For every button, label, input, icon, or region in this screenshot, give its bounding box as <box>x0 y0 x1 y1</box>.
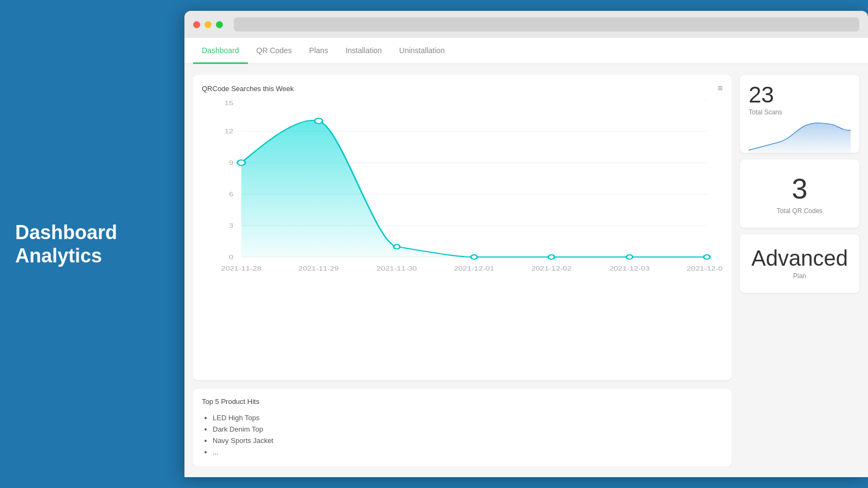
svg-text:2021-11-29: 2021-11-29 <box>298 266 339 272</box>
svg-text:12: 12 <box>225 129 233 134</box>
close-button[interactable] <box>193 21 200 28</box>
svg-text:2021-12-04: 2021-12-04 <box>687 266 723 272</box>
mini-chart-scans <box>749 120 851 153</box>
top5-card: Top 5 Product Hits LED High Tops Dark De… <box>193 389 731 466</box>
chart-dot-5 <box>627 255 633 259</box>
right-panel: 23 Total Scans <box>740 75 859 466</box>
sidebar-title: Dashboard Analytics <box>15 221 117 267</box>
tab-qr-codes[interactable]: QR Codes <box>248 38 301 64</box>
svg-text:2021-11-30: 2021-11-30 <box>376 266 417 272</box>
svg-text:0: 0 <box>229 254 233 260</box>
chart-dot-4 <box>548 255 555 259</box>
main-content: QRCode Searches this Week ≡ <box>184 64 868 477</box>
plan-name: Advanced <box>751 247 848 269</box>
left-panel: QRCode Searches this Week ≡ <box>193 75 731 466</box>
svg-text:2021-12-01: 2021-12-01 <box>454 266 494 272</box>
svg-text:15: 15 <box>225 100 233 106</box>
browser-window: Dashboard QR Codes Plans Installation Un… <box>184 11 868 477</box>
address-bar[interactable] <box>234 17 859 31</box>
svg-text:2021-12-02: 2021-12-02 <box>531 266 571 272</box>
svg-text:3: 3 <box>229 223 233 229</box>
svg-text:2021-11-28: 2021-11-28 <box>221 266 261 272</box>
total-scans-label: Total Scans <box>749 108 851 116</box>
tab-plans[interactable]: Plans <box>301 38 337 64</box>
chart-menu-icon[interactable]: ≡ <box>718 84 723 93</box>
nav-tabs: Dashboard QR Codes Plans Installation Un… <box>184 38 868 64</box>
svg-text:2021-12-03: 2021-12-03 <box>609 266 649 272</box>
browser-content: Dashboard QR Codes Plans Installation Un… <box>184 38 868 477</box>
top5-title: Top 5 Product Hits <box>202 397 723 406</box>
list-item: Navy Sports Jacket <box>213 435 723 446</box>
svg-text:6: 6 <box>229 191 233 197</box>
plan-label: Plan <box>793 272 806 280</box>
maximize-button[interactable] <box>216 21 223 28</box>
total-qr-codes-label: Total QR Codes <box>777 207 823 215</box>
chart-dot-2 <box>393 245 400 249</box>
tab-installation[interactable]: Installation <box>337 38 391 64</box>
tab-dashboard[interactable]: Dashboard <box>193 38 248 64</box>
chart-header: QRCode Searches this Week ≡ <box>202 84 723 93</box>
minimize-button[interactable] <box>205 21 212 28</box>
browser-chrome <box>184 11 868 38</box>
top5-list: LED High Tops Dark Denim Top Navy Sports… <box>202 412 723 458</box>
total-scans-number: 23 <box>749 84 851 106</box>
chart-dot-3 <box>471 255 477 259</box>
chart-title: QRCode Searches this Week <box>202 85 294 93</box>
list-item: LED High Tops <box>213 412 723 423</box>
list-item: Dark Denim Top <box>213 423 723 435</box>
list-item: ... <box>213 446 723 458</box>
total-scans-card: 23 Total Scans <box>740 75 859 153</box>
total-qr-codes-card: 3 Total QR Codes <box>740 159 859 228</box>
plan-card: Advanced Plan <box>740 234 859 293</box>
chart-dot-1 <box>315 118 323 124</box>
chart-card: QRCode Searches this Week ≡ <box>193 75 731 380</box>
chart-dot-6 <box>704 255 710 259</box>
tab-uninstallation[interactable]: Uninstallation <box>391 38 454 64</box>
total-qr-codes-number: 3 <box>792 172 808 205</box>
svg-text:9: 9 <box>229 160 233 166</box>
chart-dot-0 <box>237 160 245 165</box>
chart-area: 0 3 6 9 12 15 2021-11-28 2021-11-29 2021… <box>202 100 723 284</box>
